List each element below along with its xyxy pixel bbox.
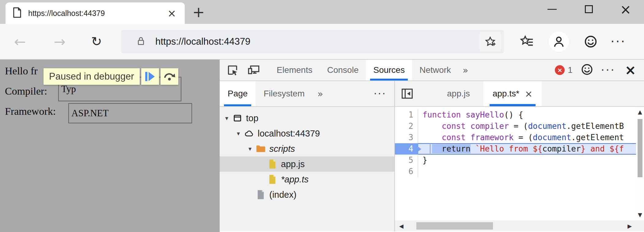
scroll-right-icon[interactable]: ▶	[627, 220, 632, 231]
scroll-left-icon[interactable]: ◀	[399, 220, 403, 231]
scroll-up-icon[interactable]: ▲	[636, 109, 644, 115]
devtools-tab-network[interactable]: Network	[412, 60, 458, 80]
url-text[interactable]: https://localhost:44379	[155, 36, 479, 47]
favorites-list-button[interactable]	[520, 35, 534, 49]
back-button[interactable]: ←	[9, 33, 31, 50]
framework-label: Framework:	[5, 106, 56, 117]
browser-tab[interactable]: https://localhost:44379 ×	[6, 2, 185, 24]
step-over-icon	[163, 70, 176, 83]
code-line: 2 const compiler = (document.getElementB	[395, 121, 644, 132]
device-toolbar-button[interactable]	[243, 60, 264, 80]
step-over-button[interactable]	[161, 68, 178, 85]
inspect-element-button[interactable]	[220, 60, 243, 80]
devtools-tab-sources[interactable]: Sources	[366, 60, 412, 80]
line-number[interactable]: 3	[395, 132, 418, 143]
code-line-content[interactable]: }	[418, 155, 644, 166]
hide-navigator-button[interactable]	[395, 81, 419, 106]
address-bar[interactable]: https://localhost:44379	[121, 30, 504, 53]
code-line: 3 const framework = (document.getElement	[395, 132, 644, 143]
file-yellow-icon	[266, 174, 278, 184]
frame-icon	[231, 114, 244, 122]
line-number[interactable]: 1	[395, 109, 418, 121]
code-line-content[interactable]	[418, 166, 644, 177]
tree-item-localhost44379[interactable]: ▾localhost:44379	[220, 126, 394, 141]
line-number[interactable]: 2	[395, 121, 418, 132]
editor-tab-close-icon[interactable]: ×	[525, 88, 532, 99]
file-yellow-icon	[266, 159, 278, 169]
expand-caret-icon[interactable]: ▾	[222, 114, 231, 122]
editor-tab-label: app.js	[447, 89, 470, 99]
navigator-tab-filesystem[interactable]: Filesystem	[256, 81, 313, 106]
horizontal-scrollbar-thumb[interactable]	[416, 222, 493, 230]
devtools-toolbar-right: × 1 ··· ×	[555, 60, 644, 80]
editor-tab-app.ts[interactable]: app.ts*×	[483, 81, 542, 106]
code-line: 5}	[395, 155, 644, 166]
tree-item-label: scripts	[269, 144, 295, 154]
code-area: 1function sayHello() {2 const compiler =…	[395, 107, 644, 220]
error-badge-icon[interactable]: ×	[555, 65, 565, 75]
browser-tab-strip: https://localhost:44379 × + ×	[0, 0, 644, 24]
navigator-menu-button[interactable]: ···	[374, 81, 394, 106]
code-line-content[interactable]: const compiler = (document.getElementB	[418, 121, 644, 132]
navigator-tabs: PageFilesystem	[220, 81, 313, 106]
source-editor: app.jsapp.ts*× 1function sayHello() {2 c…	[395, 81, 644, 231]
line-number[interactable]: 5	[395, 155, 418, 166]
content-area: Hello fr Compiler: Framework: Paused in …	[0, 60, 644, 232]
compiler-label: Compiler:	[5, 85, 47, 97]
scroll-down-icon[interactable]: ▼	[636, 211, 644, 218]
line-number[interactable]: 4	[395, 143, 418, 155]
web-page-panel: Hello fr Compiler: Framework: Paused in …	[0, 60, 220, 232]
navigator-tab-page[interactable]: Page	[220, 81, 256, 106]
error-count[interactable]: 1	[568, 65, 573, 75]
feedback-smiley-button[interactable]	[584, 35, 598, 49]
refresh-button[interactable]: ↻	[86, 34, 107, 49]
vertical-scrollbar-thumb[interactable]	[638, 119, 642, 177]
profile-button[interactable]	[549, 32, 569, 52]
window-maximize-button[interactable]	[570, 0, 607, 18]
navigator-more-tabs-chevron[interactable]: »	[313, 81, 328, 106]
more-tabs-chevron[interactable]: »	[458, 60, 472, 80]
editor-tab-app.js[interactable]: app.js	[438, 81, 479, 106]
devtools-tab-console[interactable]: Console	[320, 60, 366, 80]
tree-item-app.js[interactable]: app.js	[220, 156, 394, 172]
devtools-menu-button[interactable]: ···	[601, 63, 616, 77]
add-favorite-button[interactable]	[479, 32, 501, 51]
tree-item-label: (index)	[269, 190, 297, 200]
window-close-button[interactable]: ×	[607, 0, 644, 18]
editor-tab-strip: app.jsapp.ts*×	[395, 81, 644, 107]
resume-script-button[interactable]	[141, 68, 159, 85]
code-line-content[interactable]: function sayHello() {	[418, 109, 644, 121]
expand-caret-icon[interactable]: ▾	[234, 130, 243, 137]
settings-more-button[interactable]: ···	[611, 35, 626, 49]
line-number[interactable]: 6	[395, 166, 418, 177]
code-line-content[interactable]: return `Hello from ${compiler} and ${f	[418, 143, 644, 155]
devtools-close-button[interactable]: ×	[625, 63, 636, 77]
tree-item-top[interactable]: ▾top	[220, 110, 394, 126]
tab-close-icon[interactable]: ×	[166, 8, 178, 18]
devtools-feedback-smiley-button[interactable]	[581, 63, 593, 77]
navigator-header: PageFilesystem » ···	[220, 81, 394, 107]
framework-input[interactable]	[68, 103, 192, 123]
editor-tabs: app.jsapp.ts*×	[419, 81, 542, 106]
new-tab-button[interactable]: +	[192, 0, 205, 24]
vertical-scrollbar[interactable]: ▲ ▼	[636, 107, 644, 220]
code-line-content[interactable]: const framework = (document.getElement	[418, 132, 644, 143]
hello-text: Hello fr	[5, 65, 38, 77]
forward-button[interactable]: →	[49, 33, 70, 50]
page-document-icon	[13, 7, 21, 19]
devtools-tab-elements[interactable]: Elements	[269, 60, 320, 80]
maximize-icon	[585, 5, 593, 13]
tree-item-index[interactable]: (index)	[220, 187, 394, 202]
tree-item-label: app.js	[281, 159, 305, 169]
sources-navigator: PageFilesystem » ··· ▾top▾localhost:4437…	[220, 81, 395, 231]
tree-item-scripts[interactable]: ▾scripts	[220, 141, 394, 156]
tree-item-label: localhost:44379	[258, 129, 320, 139]
tree-item-label: top	[246, 113, 258, 123]
horizontal-scrollbar[interactable]: ◀ ▶	[395, 220, 644, 231]
code-line: 4 return `Hello from ${compiler} and ${f	[395, 143, 644, 155]
code-rows: 1function sayHello() {2 const compiler =…	[395, 107, 644, 177]
expand-caret-icon[interactable]: ▾	[245, 145, 255, 152]
window-minimize-button[interactable]	[534, 0, 570, 18]
code-line: 1function sayHello() {	[395, 109, 644, 121]
tree-item-app.ts[interactable]: *app.ts	[220, 172, 394, 187]
